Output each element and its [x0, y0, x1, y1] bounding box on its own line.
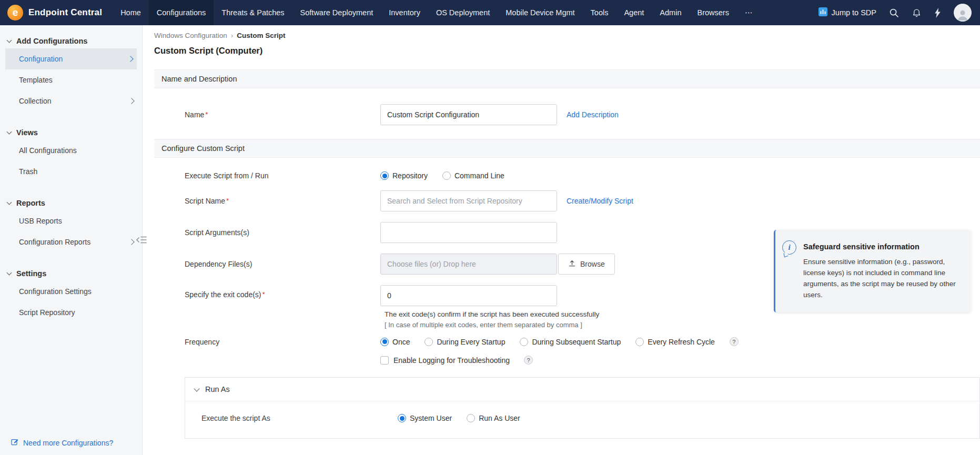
radio-run-as-user[interactable]: Run As User [467, 414, 520, 422]
radio-circle-checked [380, 338, 389, 346]
script-name-row: Script Name* Create/Modify Script [143, 190, 980, 211]
jump-to-sdp-label: Jump to SDP [832, 8, 876, 17]
exit-code-note-secondary: [ In case of multiple exit codes, enter … [385, 321, 599, 329]
frequency-row: Frequency Once During Every Startup Duri… [143, 337, 980, 346]
nav-more-menu[interactable]: ⋯ [737, 0, 761, 25]
sidebar-item-templates[interactable]: Templates [0, 69, 142, 90]
sdp-icon [819, 7, 827, 18]
info-body: Ensure sensitive information (e.g., pass… [803, 257, 961, 301]
sidebar-title-views[interactable]: Views [0, 125, 142, 140]
nav-admin[interactable]: Admin [652, 0, 689, 25]
chevron-down-icon [7, 129, 12, 135]
script-arguments-input[interactable] [380, 222, 557, 243]
nav-tools[interactable]: Tools [583, 0, 617, 25]
sidebar-item-configuration-settings[interactable]: Configuration Settings [0, 281, 142, 302]
radio-circle [467, 414, 475, 422]
main-nav: Home Configurations Threats & Patches So… [113, 0, 760, 25]
user-avatar[interactable] [954, 4, 972, 22]
safeguard-info-box: i Safeguard sensitive information Ensure… [774, 230, 971, 312]
dependency-files-input[interactable] [380, 254, 557, 275]
sidebar-collapse-icon[interactable] [136, 236, 147, 246]
sidebar-title-label: Add Configurations [16, 37, 87, 45]
browse-label: Browse [580, 260, 605, 268]
top-navigation-bar: e Endpoint Central Home Configurations T… [0, 0, 980, 25]
radio-label: During Every Startup [437, 338, 505, 346]
sidebar-item-label: All Configurations [19, 146, 77, 155]
nav-mobile-device-mgmt[interactable]: Mobile Device Mgmt [498, 0, 582, 25]
sidebar-item-label: USB Reports [19, 217, 62, 225]
sidebar-title-label: Settings [16, 269, 46, 278]
radio-label: Every Refresh Cycle [648, 338, 715, 346]
add-description-link[interactable]: Add Description [567, 110, 619, 119]
radio-circle [635, 338, 644, 346]
frequency-label: Frequency [185, 338, 380, 346]
breadcrumb-current: Custom Script [237, 32, 285, 39]
run-as-section: Run As Execute the script As System User… [185, 377, 980, 439]
sidebar-item-label: Collection [19, 97, 51, 105]
nav-os-deployment[interactable]: OS Deployment [428, 0, 498, 25]
run-as-header[interactable]: Run As [185, 378, 979, 401]
chevron-right-icon [128, 98, 134, 104]
logging-row: Enable Logging for Troubleshooting ? [143, 356, 980, 365]
exit-code-note: The exit code(s) confirm if the script h… [385, 310, 599, 318]
radio-command-line[interactable]: Command Line [442, 171, 504, 180]
exit-code-input[interactable] [380, 285, 557, 306]
radio-system-user[interactable]: System User [398, 414, 452, 422]
jump-to-sdp[interactable]: Jump to SDP [819, 7, 876, 18]
nav-home[interactable]: Home [113, 0, 149, 25]
nav-browsers[interactable]: Browsers [689, 0, 736, 25]
sidebar-item-label: Templates [19, 76, 53, 84]
sidebar-section-add-configurations: Add Configurations Configuration Templat… [0, 34, 142, 112]
radio-label: Repository [392, 171, 428, 180]
search-icon[interactable] [889, 8, 899, 18]
sidebar-title-reports[interactable]: Reports [0, 196, 142, 210]
radio-during-subsequent-startup[interactable]: During Subsequent Startup [520, 338, 621, 346]
chevron-right-icon [127, 56, 133, 62]
edit-icon [11, 438, 19, 448]
chevron-down-icon [7, 270, 12, 276]
radio-every-refresh-cycle[interactable]: Every Refresh Cycle [635, 338, 715, 346]
nav-threats-patches[interactable]: Threats & Patches [214, 0, 292, 25]
sidebar-item-configuration-reports[interactable]: Configuration Reports [0, 231, 142, 252]
quick-actions-bolt-icon[interactable] [934, 8, 941, 18]
notifications-bell-icon[interactable] [912, 8, 922, 18]
need-more-configurations-link[interactable]: Need more Configurations? [11, 438, 113, 448]
sidebar-item-collection[interactable]: Collection [0, 90, 142, 112]
sidebar-title-add-configurations[interactable]: Add Configurations [0, 34, 142, 48]
sidebar-item-usb-reports[interactable]: USB Reports [0, 210, 142, 231]
exit-code-field-group: The exit code(s) confirm if the script h… [380, 285, 599, 329]
radio-during-every-startup[interactable]: During Every Startup [425, 338, 505, 346]
browse-button[interactable]: Browse [558, 254, 615, 275]
nav-configurations[interactable]: Configurations [149, 0, 214, 25]
sidebar-item-label: Configuration [19, 55, 63, 63]
section-header-configure-custom-script: Configure Custom Script [154, 139, 980, 158]
nav-software-deployment[interactable]: Software Deployment [292, 0, 381, 25]
execute-from-radio-group: Repository Command Line [380, 171, 519, 180]
section-header-name-description: Name and Description [154, 69, 980, 88]
frequency-help-icon[interactable]: ? [730, 337, 739, 346]
brand: e Endpoint Central [0, 5, 113, 21]
radio-once[interactable]: Once [380, 338, 410, 346]
script-name-input[interactable] [380, 190, 557, 211]
sidebar-item-trash[interactable]: Trash [0, 161, 142, 182]
create-modify-script-link[interactable]: Create/Modify Script [567, 197, 633, 205]
sidebar-item-all-configurations[interactable]: All Configurations [0, 140, 142, 161]
name-input[interactable] [380, 104, 557, 125]
app-title: Endpoint Central [28, 7, 102, 18]
radio-label: Command Line [454, 171, 504, 180]
sidebar-item-label: Configuration Settings [19, 287, 92, 296]
sidebar-title-label: Views [16, 128, 38, 137]
radio-repository[interactable]: Repository [380, 171, 428, 180]
sidebar-item-label: Trash [19, 167, 37, 176]
info-title: Safeguard sensitive information [803, 239, 961, 251]
sidebar-item-script-repository[interactable]: Script Repository [0, 302, 142, 323]
logging-checkbox[interactable] [380, 356, 389, 365]
radio-label: Once [392, 338, 410, 346]
nav-inventory[interactable]: Inventory [381, 0, 428, 25]
execute-as-row: Execute the script As System User Run As… [185, 401, 979, 438]
logging-help-icon[interactable]: ? [524, 356, 533, 365]
sidebar-item-configuration[interactable]: Configuration [5, 48, 137, 69]
breadcrumb-parent[interactable]: Windows Configuration [154, 32, 227, 39]
nav-agent[interactable]: Agent [616, 0, 652, 25]
sidebar-title-settings[interactable]: Settings [0, 266, 142, 281]
